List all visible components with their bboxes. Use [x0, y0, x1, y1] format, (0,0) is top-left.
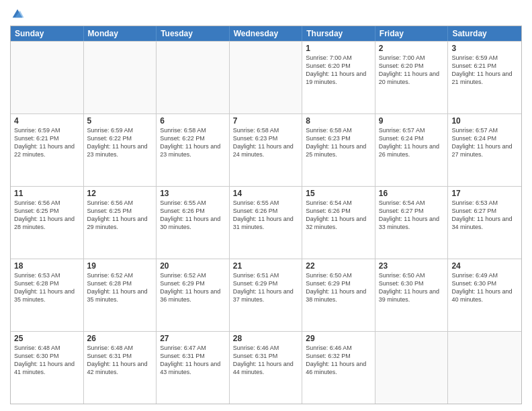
calendar-cell: 10Sunrise: 6:57 AM Sunset: 6:24 PM Dayli…	[448, 114, 521, 186]
day-info: Sunrise: 6:59 AM Sunset: 6:21 PM Dayligh…	[451, 54, 518, 87]
calendar-cell: 24Sunrise: 6:49 AM Sunset: 6:30 PM Dayli…	[448, 259, 521, 331]
calendar: SundayMondayTuesdayWednesdayThursdayFrid…	[10, 26, 522, 404]
calendar-cell: 17Sunrise: 6:53 AM Sunset: 6:27 PM Dayli…	[448, 187, 521, 259]
logo-icon	[10, 7, 25, 21]
calendar-cell: 25Sunrise: 6:48 AM Sunset: 6:30 PM Dayli…	[11, 332, 84, 404]
day-info: Sunrise: 6:46 AM Sunset: 6:31 PM Dayligh…	[233, 344, 299, 377]
day-number: 16	[379, 189, 445, 198]
calendar-header-row: SundayMondayTuesdayWednesdayThursdayFrid…	[11, 26, 521, 41]
day-info: Sunrise: 6:57 AM Sunset: 6:24 PM Dayligh…	[379, 126, 445, 159]
calendar-header-cell: Saturday	[448, 26, 521, 41]
calendar-cell	[157, 42, 230, 113]
calendar-cell: 12Sunrise: 6:56 AM Sunset: 6:25 PM Dayli…	[84, 187, 157, 259]
day-info: Sunrise: 6:59 AM Sunset: 6:21 PM Dayligh…	[14, 126, 80, 159]
day-info: Sunrise: 6:52 AM Sunset: 6:29 PM Dayligh…	[160, 271, 226, 304]
day-number: 13	[160, 189, 226, 198]
calendar-cell	[84, 42, 157, 113]
day-number: 11	[14, 189, 80, 198]
header	[10, 7, 522, 21]
day-number: 2	[379, 44, 445, 53]
day-info: Sunrise: 7:00 AM Sunset: 6:20 PM Dayligh…	[306, 54, 371, 87]
day-info: Sunrise: 6:54 AM Sunset: 6:26 PM Dayligh…	[306, 199, 371, 232]
calendar-week: 18Sunrise: 6:53 AM Sunset: 6:28 PM Dayli…	[11, 259, 521, 331]
day-number: 22	[306, 261, 371, 271]
day-number: 21	[233, 261, 299, 271]
calendar-header-cell: Wednesday	[230, 26, 303, 41]
calendar-cell	[230, 42, 303, 113]
day-info: Sunrise: 6:58 AM Sunset: 6:23 PM Dayligh…	[233, 126, 299, 159]
day-number: 6	[160, 116, 226, 126]
day-info: Sunrise: 6:46 AM Sunset: 6:32 PM Dayligh…	[306, 344, 371, 377]
day-number: 1	[306, 44, 371, 53]
day-number: 3	[451, 44, 518, 53]
day-number: 26	[87, 334, 153, 343]
calendar-cell: 27Sunrise: 6:47 AM Sunset: 6:31 PM Dayli…	[157, 332, 230, 404]
day-number: 25	[14, 334, 80, 343]
calendar-cell: 20Sunrise: 6:52 AM Sunset: 6:29 PM Dayli…	[157, 259, 230, 331]
calendar-header-cell: Sunday	[11, 26, 84, 41]
calendar-cell: 28Sunrise: 6:46 AM Sunset: 6:31 PM Dayli…	[230, 332, 303, 404]
calendar-cell: 21Sunrise: 6:51 AM Sunset: 6:29 PM Dayli…	[230, 259, 303, 331]
calendar-cell: 6Sunrise: 6:58 AM Sunset: 6:22 PM Daylig…	[157, 114, 230, 186]
calendar-cell: 22Sunrise: 6:50 AM Sunset: 6:29 PM Dayli…	[302, 259, 375, 331]
day-number: 24	[451, 261, 518, 271]
calendar-header-cell: Friday	[375, 26, 449, 41]
day-number: 9	[379, 116, 445, 126]
day-info: Sunrise: 6:47 AM Sunset: 6:31 PM Dayligh…	[160, 344, 226, 377]
calendar-header-cell: Thursday	[302, 26, 375, 41]
day-info: Sunrise: 6:58 AM Sunset: 6:23 PM Dayligh…	[306, 126, 371, 159]
calendar-week: 4Sunrise: 6:59 AM Sunset: 6:21 PM Daylig…	[11, 113, 521, 186]
calendar-cell: 8Sunrise: 6:58 AM Sunset: 6:23 PM Daylig…	[302, 114, 375, 186]
day-number: 29	[306, 334, 371, 343]
calendar-body: 1Sunrise: 7:00 AM Sunset: 6:20 PM Daylig…	[11, 41, 521, 404]
day-info: Sunrise: 6:56 AM Sunset: 6:25 PM Dayligh…	[14, 199, 80, 232]
day-info: Sunrise: 6:57 AM Sunset: 6:24 PM Dayligh…	[451, 126, 518, 159]
day-info: Sunrise: 6:54 AM Sunset: 6:27 PM Dayligh…	[379, 199, 445, 232]
day-number: 12	[87, 189, 153, 198]
day-info: Sunrise: 6:59 AM Sunset: 6:22 PM Dayligh…	[87, 126, 153, 159]
day-info: Sunrise: 6:53 AM Sunset: 6:28 PM Dayligh…	[14, 271, 80, 304]
calendar-header-cell: Monday	[84, 26, 157, 41]
calendar-cell	[375, 332, 449, 404]
day-info: Sunrise: 6:50 AM Sunset: 6:29 PM Dayligh…	[306, 271, 371, 304]
day-info: Sunrise: 6:51 AM Sunset: 6:29 PM Dayligh…	[233, 271, 299, 304]
calendar-cell: 2Sunrise: 7:00 AM Sunset: 6:20 PM Daylig…	[375, 42, 449, 113]
day-number: 15	[306, 189, 371, 198]
calendar-cell	[11, 42, 84, 113]
day-info: Sunrise: 6:56 AM Sunset: 6:25 PM Dayligh…	[87, 199, 153, 232]
calendar-cell: 1Sunrise: 7:00 AM Sunset: 6:20 PM Daylig…	[302, 42, 375, 113]
day-number: 4	[14, 116, 80, 126]
day-number: 14	[233, 189, 299, 198]
day-info: Sunrise: 6:52 AM Sunset: 6:28 PM Dayligh…	[87, 271, 153, 304]
day-number: 17	[451, 189, 518, 198]
day-info: Sunrise: 6:55 AM Sunset: 6:26 PM Dayligh…	[160, 199, 226, 232]
calendar-cell: 7Sunrise: 6:58 AM Sunset: 6:23 PM Daylig…	[230, 114, 303, 186]
day-number: 18	[14, 261, 80, 271]
day-info: Sunrise: 7:00 AM Sunset: 6:20 PM Dayligh…	[379, 54, 445, 87]
calendar-cell: 9Sunrise: 6:57 AM Sunset: 6:24 PM Daylig…	[375, 114, 449, 186]
day-number: 10	[451, 116, 518, 126]
calendar-cell: 14Sunrise: 6:55 AM Sunset: 6:26 PM Dayli…	[230, 187, 303, 259]
day-number: 28	[233, 334, 299, 343]
day-number: 8	[306, 116, 371, 126]
day-info: Sunrise: 6:55 AM Sunset: 6:26 PM Dayligh…	[233, 199, 299, 232]
calendar-cell	[448, 332, 521, 404]
day-number: 5	[87, 116, 153, 126]
day-number: 7	[233, 116, 299, 126]
calendar-cell: 4Sunrise: 6:59 AM Sunset: 6:21 PM Daylig…	[11, 114, 84, 186]
calendar-cell: 26Sunrise: 6:48 AM Sunset: 6:31 PM Dayli…	[84, 332, 157, 404]
calendar-week: 1Sunrise: 7:00 AM Sunset: 6:20 PM Daylig…	[11, 41, 521, 113]
day-number: 23	[379, 261, 445, 271]
day-info: Sunrise: 6:48 AM Sunset: 6:30 PM Dayligh…	[14, 344, 80, 377]
calendar-cell: 16Sunrise: 6:54 AM Sunset: 6:27 PM Dayli…	[375, 187, 449, 259]
day-number: 19	[87, 261, 153, 271]
calendar-cell: 19Sunrise: 6:52 AM Sunset: 6:28 PM Dayli…	[84, 259, 157, 331]
calendar-week: 25Sunrise: 6:48 AM Sunset: 6:30 PM Dayli…	[11, 331, 521, 404]
day-info: Sunrise: 6:58 AM Sunset: 6:22 PM Dayligh…	[160, 126, 226, 159]
day-info: Sunrise: 6:49 AM Sunset: 6:30 PM Dayligh…	[451, 271, 518, 304]
calendar-cell: 5Sunrise: 6:59 AM Sunset: 6:22 PM Daylig…	[84, 114, 157, 186]
calendar-cell: 3Sunrise: 6:59 AM Sunset: 6:21 PM Daylig…	[448, 42, 521, 113]
calendar-cell: 23Sunrise: 6:50 AM Sunset: 6:30 PM Dayli…	[375, 259, 449, 331]
day-info: Sunrise: 6:50 AM Sunset: 6:30 PM Dayligh…	[379, 271, 445, 304]
calendar-week: 11Sunrise: 6:56 AM Sunset: 6:25 PM Dayli…	[11, 186, 521, 259]
